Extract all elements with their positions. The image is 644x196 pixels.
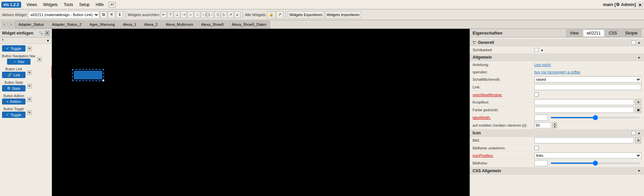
align-v2-button[interactable]: |↓	[221, 11, 227, 18]
star-dropdown-icon[interactable]: ▼	[46, 39, 50, 43]
align-diag2-button[interactable]: ↙	[234, 11, 240, 18]
bildhohe-input[interactable]	[534, 160, 548, 166]
button-state-widget-item[interactable]: Button State ⚙ State	[1, 80, 26, 92]
left-panel-close-button[interactable]: ✕	[45, 31, 50, 36]
button-state-copy-icon[interactable]: ⧉	[27, 84, 32, 88]
icon-position-select[interactable]: linksrechtsobenunten	[534, 152, 641, 158]
toggle-copy-icon[interactable]: ⧉	[27, 46, 32, 51]
align-top-button[interactable]: ⊤	[167, 11, 173, 18]
nav-tab-ages-warnung[interactable]: Ages_Warnung	[86, 21, 118, 28]
align-h1-button[interactable]: ←|	[201, 11, 207, 18]
active-widget-select[interactable]: w02211 (materialdesign - Button Link)	[28, 11, 99, 18]
button-link-button[interactable]: 🔗 Link	[2, 72, 25, 78]
nav-tab-adapter-status-2[interactable]: Adapter_Status_2	[48, 21, 85, 28]
canvas-area[interactable]	[52, 29, 470, 196]
export-button[interactable]: Widgets Exportieren	[288, 11, 324, 18]
menu-setup[interactable]: Setup	[76, 2, 92, 8]
schaltflachen-select[interactable]: raisedflatoutlined	[534, 76, 641, 82]
tab-widget[interactable]: w02211	[583, 29, 604, 37]
button-state-button[interactable]: ⚙ State	[2, 85, 25, 91]
sichtbarkeit-expand-icon[interactable]: ▲	[540, 48, 544, 52]
spenden-value[interactable]: buy me (scrounger) a coffee	[534, 70, 641, 74]
nav-tab-alexa-multiroom[interactable]: Alexa_Multiroom	[162, 21, 197, 28]
nav-tab-alexa-2[interactable]: Alexa_2	[141, 21, 161, 28]
widget-delete-button[interactable]: ✕	[108, 11, 115, 18]
bildfarbe-checkbox[interactable]	[534, 146, 539, 150]
align-v1-button[interactable]: ↑|	[214, 11, 220, 18]
align-bottom-button[interactable]: ⊥	[174, 11, 180, 18]
lock-button[interactable]: 🔒	[267, 11, 275, 18]
button-adition-copy-icon[interactable]: ⧉	[27, 97, 32, 102]
toggle-widget-button[interactable]: ✓ Toggle	[2, 45, 25, 52]
nav-next-button[interactable]: ›	[8, 21, 14, 27]
label-width-input[interactable]	[534, 115, 548, 121]
bildhohe-slider[interactable]	[550, 162, 640, 164]
vibrate-input[interactable]	[534, 122, 551, 128]
tab-view[interactable]: View	[566, 29, 582, 37]
nav-tab-alexa-show5-daten[interactable]: Alexa_Show5_Daten	[228, 21, 270, 28]
nav-tab-adapter-status[interactable]: Adapter_Status	[15, 21, 48, 28]
vibrate-down-button[interactable]: ▼	[552, 125, 557, 128]
generell-section-header[interactable]: ▽ Generell ▲	[470, 39, 644, 46]
button-nav-copy-icon[interactable]: ⧉	[37, 57, 42, 62]
css-allgemein-section-header[interactable]: CSS Allgemein ▼	[470, 167, 644, 175]
align-right-button[interactable]: ⊣	[181, 11, 187, 18]
icon-section-header[interactable]: Icon ▲	[470, 129, 644, 137]
open-new-window-checkbox[interactable]	[534, 92, 539, 97]
sichtbarkeit-checkbox[interactable]	[534, 48, 538, 52]
align-center-h-button[interactable]: ↔	[187, 11, 194, 18]
nav-tab-alexa-show5[interactable]: Alexa_Show5	[198, 21, 227, 28]
button-nav-button[interactable]: → Nav	[7, 59, 31, 65]
button-nav-widget-item[interactable]: Button Navigation Nav → Nav	[1, 54, 36, 65]
button-adition-widget-item[interactable]: Button Adition + Adition	[1, 93, 26, 105]
widget-copy-button[interactable]: ⧉	[100, 11, 107, 18]
button-toggle-copy-icon[interactable]: ⧉	[27, 110, 32, 115]
css-allgemein-expand-icon[interactable]: ▼	[637, 169, 641, 173]
nav-tab-alexa-1[interactable]: Alexa_1	[119, 21, 140, 28]
button-toggle-widget-item[interactable]: Button Toggle ✓ Toggle	[1, 107, 26, 119]
menu-hilfe[interactable]: Hilfe	[93, 2, 106, 8]
active-widget-label: Aktives Widget:	[2, 13, 28, 17]
unlock-button[interactable]: ↗	[276, 11, 283, 18]
link-row: Link:	[470, 83, 644, 91]
menu-tools[interactable]: Tools	[61, 2, 76, 8]
menu-widgets[interactable]: Widgets	[41, 2, 60, 8]
align-left-button[interactable]: ⊢	[161, 11, 167, 18]
icon-checkbox[interactable]	[632, 131, 636, 135]
nav-prev-button[interactable]: ‹	[1, 21, 7, 27]
selected-widget[interactable]	[72, 69, 104, 81]
generell-expand-icon[interactable]: ▲	[637, 40, 641, 45]
resize-handle[interactable]	[102, 79, 104, 81]
label-width-slider[interactable]	[550, 117, 640, 118]
generell-checkbox[interactable]	[632, 41, 636, 45]
vibrate-up-button[interactable]: ▲	[552, 122, 557, 125]
import-button[interactable]: Widgets Importieren	[325, 11, 361, 18]
icon-expand-icon[interactable]: ▲	[637, 131, 641, 135]
bild-input[interactable]	[534, 137, 634, 143]
tab-css[interactable]: CSS	[605, 29, 621, 37]
allgemein-expand-icon[interactable]: ▲	[637, 55, 641, 60]
align-h2-button[interactable]: |→	[208, 11, 214, 18]
button-adition-button[interactable]: + Adition	[2, 99, 25, 105]
toggle-widget-item[interactable]: ✓ Toggle	[1, 45, 26, 52]
farbe-color-picker-button[interactable]: ▣	[635, 107, 641, 113]
bild-browse-button[interactable]: ⧉	[635, 137, 641, 143]
menu-views[interactable]: Views	[24, 2, 40, 8]
window-expand-button[interactable]: ▶	[638, 2, 643, 7]
farbe-input[interactable]	[534, 107, 634, 113]
anleitung-value[interactable]: Lies mich!	[534, 63, 641, 67]
button-toggle-button[interactable]: ✓ Toggle	[2, 112, 25, 118]
widget-info-button[interactable]: ℹ	[116, 11, 123, 18]
knopftext-input[interactable]	[534, 99, 634, 105]
knopftext-expand-button[interactable]: ⧉	[635, 99, 641, 105]
search-icon[interactable]: 🔍	[38, 30, 44, 36]
link-input[interactable]	[534, 84, 641, 90]
allgemein-section-header[interactable]: Allgemein ▲	[470, 54, 644, 61]
align-center-v-button[interactable]: ↕	[194, 11, 200, 18]
button-link-copy-icon[interactable]: ⧉	[27, 70, 32, 75]
align-diag1-button[interactable]: ↗	[228, 11, 234, 18]
right-panel-tabs: View w02211 CSS Skripte	[566, 29, 641, 37]
history-back-button[interactable]: ↩	[108, 2, 116, 8]
tab-skripte[interactable]: Skripte	[622, 29, 641, 37]
button-link-widget-item[interactable]: Button Link 🔗 Link	[1, 67, 26, 79]
